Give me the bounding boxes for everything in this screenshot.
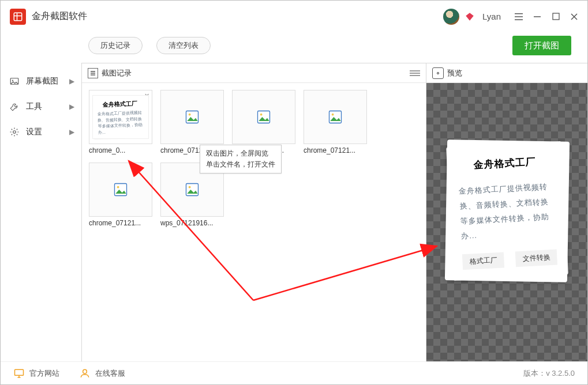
list-header: 截图记录	[82, 63, 426, 83]
thumbnail[interactable]	[304, 90, 367, 144]
image-icon	[9, 76, 20, 87]
image-file-icon	[184, 182, 200, 198]
app-logo	[10, 9, 26, 25]
tooltip: 双击图片，全屏阅览 单击文件名，打开文件	[200, 145, 282, 173]
wrench-icon	[9, 101, 20, 112]
preview-card-btn1: 格式工厂	[462, 252, 504, 270]
svg-point-6	[189, 114, 191, 116]
clear-button[interactable]: 清空列表	[156, 37, 211, 54]
sidebar-item-label: 屏幕截图	[26, 76, 58, 86]
svg-point-10	[332, 114, 334, 116]
vip-icon[interactable]	[464, 11, 475, 22]
preview-card-title: 金舟格式工厂	[457, 154, 552, 172]
svg-point-8	[260, 114, 263, 116]
titlebar: 金舟截图软件 Lyan	[1, 1, 587, 33]
thumbnail-caption[interactable]: chrome_07121...	[304, 146, 367, 154]
svg-point-14	[189, 186, 191, 188]
menu-icon[interactable]	[515, 13, 523, 21]
svg-point-17	[83, 369, 87, 373]
sidebar: 屏幕截图 ▶ 工具 ▶ 设置 ▶	[1, 63, 81, 361]
preview-header: 预览	[426, 63, 587, 83]
svg-rect-7	[258, 111, 270, 123]
thumbnail[interactable]	[160, 90, 224, 144]
thumbnail[interactable]: ✕ 金舟格式工厂 金舟格式工厂提供视频转换、音频转换、文档转换等多媒体文件转换，…	[89, 90, 152, 144]
minimize-icon[interactable]	[533, 13, 541, 21]
preview-card-btn2: 文件转换	[515, 249, 557, 267]
app-title: 金舟截图软件	[32, 10, 87, 22]
footer-label: 官方网站	[29, 368, 59, 379]
open-screenshot-button[interactable]: 打开截图	[512, 36, 571, 55]
preview-card: 金舟格式工厂 金舟格式工厂提供视频转换、音频转换、文档转换等多媒体文件转换，协助…	[446, 141, 568, 280]
thumbnail-caption[interactable]: chrome_07121...	[89, 219, 152, 227]
list-header-label: 截图记录	[102, 68, 132, 78]
footer-label: 在线客服	[95, 368, 125, 379]
image-file-icon	[256, 109, 272, 125]
avatar[interactable]	[443, 9, 459, 25]
image-file-icon	[327, 109, 343, 125]
svg-point-12	[117, 186, 119, 188]
support-link[interactable]: 在线客服	[79, 368, 125, 379]
list-item: chrome_07121...	[304, 90, 367, 154]
monitor-icon	[13, 368, 25, 379]
record-list: 截图记录 ✕ 金舟格式工厂 金舟格式工厂提供视频转换、音频转换、文档转换等多媒体…	[82, 63, 426, 361]
sidebar-item-tools[interactable]: 工具 ▶	[1, 94, 81, 119]
support-icon	[79, 368, 91, 379]
body: 屏幕截图 ▶ 工具 ▶ 设置 ▶ 截图记录 ✕	[1, 63, 587, 361]
svg-rect-0	[14, 13, 22, 21]
image-file-icon	[184, 109, 200, 125]
svg-rect-16	[15, 369, 24, 375]
chevron-right-icon: ▶	[69, 103, 74, 111]
version-label: 版本：v 3.2.5.0	[523, 368, 575, 379]
svg-rect-9	[329, 111, 342, 123]
thumbnail[interactable]	[232, 90, 295, 144]
svg-point-4	[13, 131, 16, 134]
tooltip-line: 单击文件名，打开文件	[206, 159, 275, 170]
list-item: ✕ 金舟格式工厂 金舟格式工厂提供视频转换、音频转换、文档转换等多媒体文件转换，…	[89, 90, 152, 154]
chevron-right-icon: ▶	[69, 77, 74, 85]
svg-rect-5	[186, 111, 199, 123]
list-icon	[88, 68, 98, 78]
history-button[interactable]: 历史记录	[88, 37, 143, 54]
maximize-icon[interactable]	[552, 13, 560, 21]
thumbnail-grid: ✕ 金舟格式工厂 金舟格式工厂提供视频转换、音频转换、文档转换等多媒体文件转换，…	[82, 83, 426, 234]
svg-point-3	[12, 80, 13, 81]
eye-icon	[432, 67, 444, 79]
mini-title: 金舟格式工厂	[97, 100, 143, 110]
close-icon[interactable]	[570, 13, 578, 21]
preview-area: 金舟格式工厂 金舟格式工厂提供视频转换、音频转换、文档转换等多媒体文件转换，协助…	[426, 83, 587, 361]
official-site-link[interactable]: 官方网站	[13, 368, 59, 379]
gear-icon	[9, 126, 20, 138]
list-menu-button[interactable]	[410, 69, 420, 77]
preview-card-body: 金舟格式工厂提供视频转换、音频转换、文档转换等多媒体文件转换，协助办...	[458, 179, 556, 243]
preview-header-label: 预览	[447, 68, 462, 78]
username[interactable]: Lyan	[482, 12, 501, 21]
topbar: 历史记录 清空列表 打开截图	[1, 33, 587, 58]
mini-text: 金舟格式工厂提供视频转换、音频转换、文档转换等多媒体文件转换，协助办...	[98, 110, 144, 136]
svg-rect-13	[186, 184, 199, 196]
sidebar-item-label: 工具	[26, 101, 42, 112]
chevron-right-icon: ▶	[69, 128, 74, 136]
tooltip-line: 双击图片，全屏阅览	[206, 148, 275, 159]
svg-rect-11	[115, 184, 127, 196]
svg-rect-1	[553, 13, 559, 20]
main: 截图记录 ✕ 金舟格式工厂 金舟格式工厂提供视频转换、音频转换、文档转换等多媒体…	[81, 63, 587, 361]
sidebar-item-label: 设置	[26, 127, 42, 137]
list-item: chrome_07121...	[89, 163, 152, 227]
preview-panel: 预览 金舟格式工厂 金舟格式工厂提供视频转换、音频转换、文档转换等多媒体文件转换…	[426, 63, 587, 361]
thumbnail[interactable]	[89, 163, 152, 217]
preview-card-mini: 金舟格式工厂 金舟格式工厂提供视频转换、音频转换、文档转换等多媒体文件转换，协助…	[93, 95, 148, 138]
sidebar-item-settings[interactable]: 设置 ▶	[1, 119, 81, 145]
window-controls	[515, 13, 578, 21]
svg-point-15	[437, 72, 439, 74]
thumbnail-caption[interactable]: wps_07121916...	[160, 219, 224, 227]
sidebar-item-screenshot[interactable]: 屏幕截图 ▶	[1, 69, 81, 94]
image-file-icon	[113, 182, 129, 198]
thumbnail-caption[interactable]: chrome_0...	[89, 146, 152, 154]
footer: 官方网站 在线客服 版本：v 3.2.5.0	[1, 361, 587, 384]
